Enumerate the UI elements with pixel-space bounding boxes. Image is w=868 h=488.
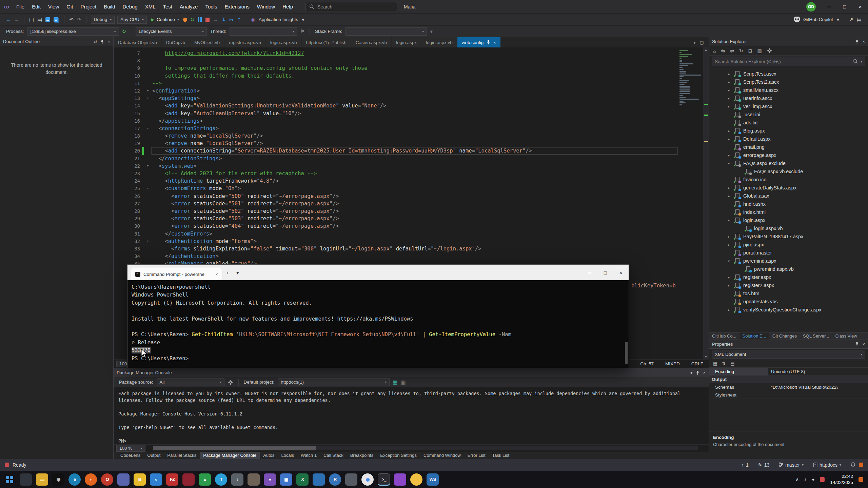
breakpoint-margin[interactable] <box>114 245 122 252</box>
menu-file[interactable]: File <box>13 0 28 14</box>
maximize-button[interactable]: □ <box>837 0 852 14</box>
tab-list-icon[interactable]: ▾ <box>693 40 696 45</box>
tree-item[interactable]: ▸errorpage.aspx <box>709 151 868 159</box>
alphabetical-icon[interactable]: ⇅ <box>722 361 726 366</box>
bottom-tab-codelens[interactable]: CodeLens <box>117 452 144 459</box>
git-repository[interactable]: httpdocs▾ <box>813 462 841 468</box>
application-insights-label[interactable]: Application Insights <box>257 17 300 22</box>
breakpoint-margin[interactable] <box>114 140 122 147</box>
breakpoint-margin[interactable] <box>114 132 122 140</box>
breakpoint-margin[interactable] <box>114 230 122 238</box>
tree-item[interactable]: portal.master <box>709 249 868 257</box>
editor-tab[interactable]: MyObject.vb <box>190 37 224 47</box>
breakpoint-margin[interactable] <box>114 102 122 109</box>
editor-tab[interactable]: DatabaseObject.vb <box>114 37 161 47</box>
share-icon[interactable]: ↗ <box>847 17 855 23</box>
breakpoint-margin[interactable] <box>114 87 122 95</box>
editor-tab[interactable]: login.aspx <box>392 37 421 47</box>
switch-views-icon[interactable]: ⇆ <box>721 48 725 54</box>
step-over-icon[interactable]: ↦ <box>228 17 235 23</box>
properties-object-dropdown[interactable]: XML Document▾ <box>712 350 865 359</box>
taskbar-audio-app-icon[interactable]: ♪ <box>231 473 243 486</box>
taskbar-excel-icon[interactable]: X <box>296 473 309 486</box>
tree-item[interactable]: ▸userinfo.ascx <box>709 94 868 102</box>
home-icon[interactable]: ⌂ <box>713 48 716 54</box>
taskbar-discord-icon[interactable] <box>117 473 130 486</box>
outgoing-commits[interactable]: ↑ 1 <box>742 462 749 468</box>
breakpoint-margin[interactable] <box>114 57 122 64</box>
solution-platform-dropdown[interactable]: Any CPU▾ <box>117 16 147 24</box>
taskbar-terminal-icon[interactable]: >_ <box>378 473 390 486</box>
tool-tab-class-view[interactable]: Class View <box>832 332 860 340</box>
property-row[interactable]: EncodingUnicode (UTF-8) <box>709 368 868 375</box>
breakpoint-margin[interactable] <box>114 72 122 80</box>
stop-icon[interactable]: ▣ <box>399 379 408 385</box>
tree-item[interactable]: ▸verifySecurityQuestionChange.aspx <box>709 306 868 314</box>
tree-item[interactable]: ▸ScriptTest.ascx <box>709 70 868 78</box>
breakpoint-margin[interactable] <box>114 215 122 222</box>
taskbar-photos-icon[interactable]: ▣ <box>280 473 292 486</box>
pin-icon[interactable] <box>100 39 104 44</box>
categorized-icon[interactable]: ▦ <box>713 361 717 366</box>
solution-configuration-dropdown[interactable]: Debug▾ <box>91 16 115 24</box>
breakpoint-margin[interactable] <box>114 185 122 192</box>
thread-dropdown[interactable]: ▾ <box>230 27 297 36</box>
flag-icon[interactable]: ⚑ <box>299 28 307 35</box>
taskbar-google-drive-icon[interactable]: ▲ <box>199 473 211 486</box>
bottom-tab-autos[interactable]: Autos <box>260 452 278 459</box>
menu-help[interactable]: Help <box>279 0 297 14</box>
console-output[interactable]: Each package is licensed to you by its o… <box>114 387 709 444</box>
property-category[interactable]: Output <box>709 375 868 383</box>
close-icon[interactable]: × <box>862 342 865 347</box>
undo-icon[interactable]: ↶ <box>67 17 75 23</box>
chevron-down-icon[interactable]: ▾ <box>861 60 862 63</box>
terminal-tab[interactable]: Command Prompt - powershe × <box>131 268 222 280</box>
breakpoint-margin[interactable] <box>114 267 122 275</box>
breakpoint-margin[interactable] <box>114 80 122 87</box>
taskbar-paw-app-icon[interactable]: ● <box>264 473 276 486</box>
breakpoint-margin[interactable] <box>114 207 122 215</box>
breakpoint-margin[interactable] <box>114 162 122 170</box>
step-out-icon[interactable]: ↥ <box>235 17 243 23</box>
tree-item[interactable]: ▾FAQs.aspx.exclude <box>709 159 868 167</box>
tree-item[interactable]: ▸Blog.aspx <box>709 127 868 135</box>
command-prompt-window[interactable]: Command Prompt - powershe × + ▾ ─ □ × C:… <box>127 264 629 368</box>
terminal-output[interactable]: C:\Users\Razen>powershellWindows PowerSh… <box>127 280 629 368</box>
notifications-bell[interactable] <box>851 462 855 467</box>
sync-with-active-document-icon[interactable]: ⇄ <box>730 48 734 54</box>
package-source-dropdown[interactable]: All▾ <box>157 378 224 386</box>
close-icon[interactable]: × <box>107 39 110 44</box>
tree-item[interactable]: ▾pwremind.aspx <box>709 257 868 265</box>
tool-tab-sql-server-[interactable]: SQL Server... <box>800 332 832 340</box>
property-row[interactable]: Schemas"D:\Microsoft Visual Studio\2022\ <box>709 383 868 391</box>
property-pages-icon[interactable]: ▤ <box>730 361 734 366</box>
bottom-tab-breakpoints[interactable]: Breakpoints <box>347 452 377 459</box>
breakpoint-margin[interactable] <box>114 200 122 207</box>
menu-edit[interactable]: Edit <box>28 0 44 14</box>
user-avatar[interactable]: GD <box>806 2 816 12</box>
menu-test[interactable]: Test <box>159 0 176 14</box>
float-window-icon[interactable]: ▢ <box>700 40 704 45</box>
restart-icon[interactable]: ↻ <box>189 17 196 23</box>
toolbar-options-icon[interactable]: ▾ <box>428 28 434 35</box>
tree-item[interactable]: ▸register.aspx <box>709 273 868 281</box>
scroll-up-icon[interactable]: ▲ <box>703 48 709 52</box>
properties-icon[interactable] <box>767 48 772 53</box>
close-button[interactable]: × <box>852 0 868 14</box>
navigate-forward-icon[interactable]: → <box>13 17 21 22</box>
tool-tab-solution-e-[interactable]: Solution E... <box>739 332 769 340</box>
stack-frame-dropdown[interactable]: ▾ <box>346 27 427 36</box>
property-value[interactable]: "D:\Microsoft Visual Studio\2022\ <box>768 385 838 390</box>
taskbar-opera-icon[interactable]: O <box>101 473 113 486</box>
bottom-tab-output[interactable]: Output <box>144 452 164 459</box>
fold-icon[interactable]: ▾ <box>144 87 152 95</box>
fold-icon[interactable]: ▾ <box>144 95 152 102</box>
feedback-icon[interactable] <box>859 463 863 467</box>
bottom-tab-exception-settings[interactable]: Exception Settings <box>377 452 420 459</box>
menu-window[interactable]: Window <box>253 0 279 14</box>
menu-view[interactable]: View <box>44 0 63 14</box>
application-insights-icon[interactable]: ◈ <box>249 17 257 23</box>
fold-icon[interactable]: ▾ <box>144 185 152 192</box>
tree-item[interactable]: ▸Global.asax <box>709 192 868 200</box>
bottom-tab-call-stack[interactable]: Call Stack <box>320 452 347 459</box>
